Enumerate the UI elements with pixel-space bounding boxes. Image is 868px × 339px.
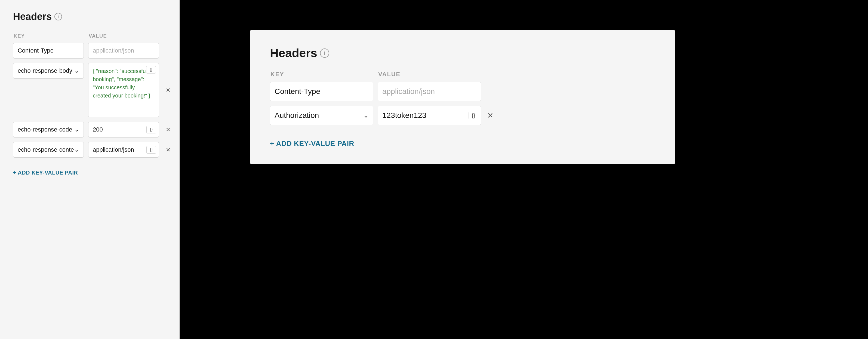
right-value-input-2[interactable] [378,106,481,125]
left-value-textarea-2[interactable]: { "reason": "successful booking", "messa… [88,63,159,117]
left-value-input-1[interactable] [88,43,159,59]
curly-braces-icon[interactable]: {} [146,126,156,134]
right-row-1 [270,82,655,101]
close-button-4[interactable]: × [163,145,173,155]
right-col-key-label: KEY [271,71,374,78]
close-button-2[interactable]: × [163,85,173,95]
right-col-value-label: VALUE [378,71,482,78]
right-row-2: Authorization ⌄ {} × [270,106,655,125]
right-close-button-2[interactable]: × [486,111,495,120]
right-section-title: Headers i [270,46,655,60]
curly-braces-icon[interactable]: {} [146,146,156,153]
right-title: Headers [270,46,317,60]
right-info-icon[interactable]: i [320,49,329,58]
right-col-labels: KEY VALUE [270,71,655,78]
chevron-down-icon: ⌄ [74,146,79,153]
right-add-pair-button[interactable]: + ADD KEY-VALUE PAIR [270,139,354,148]
left-section-title: Headers i [13,11,166,22]
right-headers-panel: Headers i KEY VALUE Authorization ⌄ {} × [250,30,675,164]
left-key-dropdown-2[interactable]: echo-response-body ⌄ [13,63,84,79]
left-col-value-label: VALUE [89,33,159,39]
right-key-dropdown-2[interactable]: Authorization ⌄ [270,106,373,125]
left-row-4: echo-response-conte ⌄ {} × [13,142,166,158]
left-key-dropdown-3[interactable]: echo-response-code ⌄ [13,122,84,138]
left-col-key-label: KEY [13,33,84,39]
right-key-dropdown-2-label: Authorization [275,111,319,120]
curly-braces-icon[interactable]: {} [146,66,156,74]
right-value-input-1[interactable] [378,82,481,101]
right-value-wrap-2: {} [378,106,481,125]
left-value-wrap-3: {} [88,122,159,138]
left-info-icon[interactable]: i [55,13,62,21]
left-value-wrap-4: {} [88,142,159,158]
left-key-input-1[interactable] [13,43,84,59]
left-row-2: echo-response-body ⌄ { "reason": "succes… [13,63,166,117]
left-key-dropdown-4[interactable]: echo-response-conte ⌄ [13,142,84,158]
left-add-pair-button[interactable]: + ADD KEY-VALUE PAIR [13,170,78,176]
left-row-3: echo-response-code ⌄ {} × [13,122,166,138]
right-area: Headers i KEY VALUE Authorization ⌄ {} × [180,0,868,339]
chevron-down-icon: ⌄ [74,67,79,74]
chevron-down-icon: ⌄ [74,126,79,133]
chevron-down-icon: ⌄ [363,112,369,119]
left-row-1 [13,43,166,59]
close-button-3[interactable]: × [163,125,173,135]
left-headers-panel: Headers i KEY VALUE echo-response-body ⌄… [0,0,180,339]
left-col-labels: KEY VALUE [13,33,166,39]
right-key-input-1[interactable] [270,82,373,101]
left-title: Headers [13,11,52,22]
curly-braces-icon[interactable]: {} [469,112,478,119]
